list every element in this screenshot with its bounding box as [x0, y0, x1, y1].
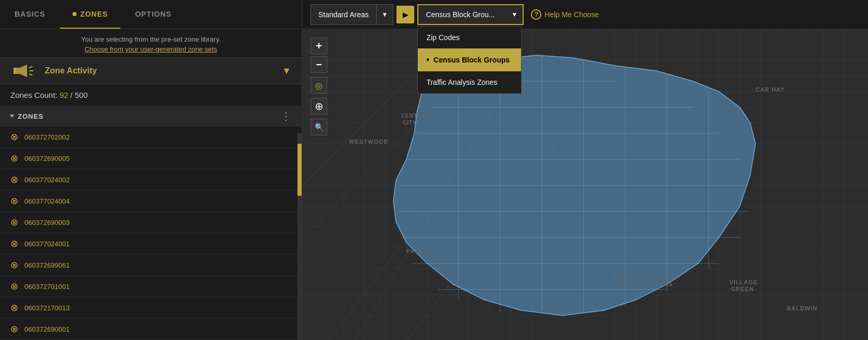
zoom-in-button[interactable]: +	[311, 37, 327, 54]
remove-zone-icon[interactable]: ⊗	[10, 174, 18, 185]
zone-item[interactable]: ⊗ 060372699061	[0, 255, 302, 276]
tab-basics[interactable]: BASICS	[0, 0, 60, 29]
dropdown-arrow-icon: ▼	[382, 11, 388, 18]
zoom-in-icon: +	[316, 40, 322, 52]
svg-text:WESTWOOD: WESTWOOD	[349, 138, 388, 145]
zone-code: 060372699061	[24, 261, 70, 269]
svg-text:CAR HAY: CAR HAY	[755, 86, 785, 93]
zone-activity-chevron-icon: ▼	[282, 66, 291, 77]
zone-item[interactable]: ⊗ 060377024004	[0, 191, 302, 212]
svg-text:CITY: CITY	[403, 120, 417, 125]
zone-code: 060372170013	[24, 304, 70, 312]
zone-code: 060372690001	[24, 325, 70, 333]
remove-zone-icon[interactable]: ⊗	[10, 323, 18, 335]
zoom-out-button[interactable]: −	[311, 56, 327, 73]
zones-section-title: ZONES	[10, 112, 281, 120]
zone-activity-icon	[10, 63, 36, 79]
help-me-choose-button[interactable]: ? Help Me Choose	[531, 9, 599, 20]
play-button[interactable]: ▶	[396, 6, 414, 23]
zone-code: 060372690003	[24, 219, 70, 226]
selected-bullet-icon: •	[426, 55, 429, 65]
move-button[interactable]: ⊕	[311, 98, 327, 115]
zone-code: 060377024002	[24, 176, 70, 184]
census-arrow-icon: ▼	[511, 11, 517, 18]
map-svg: WESTWOOD CENTURY CITY PALMS Kenneth Hahn…	[302, 29, 868, 340]
svg-line-4	[29, 74, 32, 75]
zones-kebab-icon[interactable]: ⋮	[281, 110, 291, 122]
remove-zone-icon[interactable]: ⊗	[10, 153, 18, 164]
zone-item[interactable]: ⊗ 060372690003	[0, 212, 302, 233]
zone-type-dropdown-menu: Zip Codes • Census Block Groups Traffic …	[417, 26, 522, 94]
zoom-out-icon: −	[316, 59, 322, 71]
zone-item[interactable]: ⊗ 060377024002	[0, 169, 302, 191]
zone-item[interactable]: ⊗ 060372170013	[0, 297, 302, 319]
user-link[interactable]: Choose from your user-generated zone set…	[10, 45, 291, 53]
compass-icon: ◎	[315, 81, 323, 91]
zone-code: 060377024004	[24, 197, 70, 205]
move-icon: ⊕	[315, 100, 324, 112]
svg-text:Kenneth Hahn State: Kenneth Hahn State	[615, 274, 674, 280]
zone-activity-label: Zone Activity	[45, 66, 282, 75]
traffic-analysis-zones-option[interactable]: Traffic Analysis Zones	[418, 71, 521, 93]
remove-zone-icon[interactable]: ⊗	[10, 259, 18, 271]
help-icon: ?	[531, 9, 541, 20]
zone-item[interactable]: ⊗ 060372701001	[0, 276, 302, 297]
map-container[interactable]: WESTWOOD CENTURY CITY PALMS Kenneth Hahn…	[302, 29, 868, 340]
zones-count-row: Zones Count: 92 / 500	[0, 84, 302, 106]
remove-zone-icon[interactable]: ⊗	[10, 281, 18, 292]
zone-item[interactable]: ⊗ 060372690001	[0, 319, 302, 340]
scroll-thumb[interactable]	[297, 144, 302, 196]
tab-options[interactable]: OPTIONS	[120, 0, 186, 29]
zones-dot	[72, 12, 77, 16]
svg-text:CENTURY: CENTURY	[401, 113, 430, 119]
search-map-button[interactable]: 🔍	[311, 119, 327, 135]
section-triangle-icon	[10, 115, 14, 118]
svg-text:VILLAGE: VILLAGE	[729, 279, 758, 285]
svg-text:Recreational Area: Recreational Area	[620, 282, 673, 287]
svg-rect-1	[14, 68, 16, 74]
zone-activity-bar[interactable]: Zone Activity ▼	[0, 57, 302, 84]
preset-text: You are selecting from the pre-set zone …	[10, 35, 291, 43]
zone-code: 060372690005	[24, 155, 70, 162]
remove-zone-icon[interactable]: ⊗	[10, 217, 18, 228]
svg-text:BALDWIN: BALDWIN	[787, 305, 817, 311]
zone-code: 060372701001	[24, 283, 70, 291]
preset-info: You are selecting from the pre-set zone …	[0, 29, 302, 57]
zones-section-header: ZONES ⋮	[0, 106, 302, 127]
census-block-groups-button[interactable]: Census Block Grou...	[417, 4, 506, 25]
search-map-icon: 🔍	[315, 123, 324, 131]
svg-text:PALMS: PALMS	[406, 248, 429, 254]
remove-zone-icon[interactable]: ⊗	[10, 131, 18, 143]
zone-code: 060372702002	[24, 133, 70, 141]
svg-line-2	[29, 67, 32, 68]
zone-item[interactable]: ⊗ 060372690005	[0, 148, 302, 169]
scroll-bar[interactable]	[297, 133, 302, 340]
zone-code: 060377024001	[24, 240, 70, 248]
census-dropdown-arrow[interactable]: ▼	[506, 4, 524, 25]
remove-zone-icon[interactable]: ⊗	[10, 195, 18, 207]
standard-areas-dropdown[interactable]: ▼	[377, 4, 394, 25]
zone-item[interactable]: ⊗ 060377024001	[0, 233, 302, 255]
tab-zones[interactable]: ZONES	[60, 0, 120, 29]
zones-count-current: 92	[59, 91, 68, 99]
census-block-groups-option[interactable]: • Census Block Groups	[418, 48, 521, 71]
compass-button[interactable]: ◎	[311, 77, 327, 94]
zone-list: ⊗ 060372702002 ⊗ 060372690005 ⊗ 06037702…	[0, 127, 302, 340]
left-panel: You are selecting from the pre-set zone …	[0, 29, 302, 340]
remove-zone-icon[interactable]: ⊗	[10, 238, 18, 249]
zip-codes-option[interactable]: Zip Codes	[418, 27, 521, 48]
zone-item[interactable]: ⊗ 060372702002	[0, 127, 302, 148]
play-icon: ▶	[403, 10, 408, 19]
zones-count-max: 500	[75, 91, 88, 99]
remove-zone-icon[interactable]: ⊗	[10, 302, 18, 313]
standard-areas-button[interactable]: Standard Areas	[311, 4, 376, 25]
svg-text:GREEN: GREEN	[731, 286, 754, 292]
map-controls: + − ◎ ⊕ 🔍	[311, 37, 327, 135]
